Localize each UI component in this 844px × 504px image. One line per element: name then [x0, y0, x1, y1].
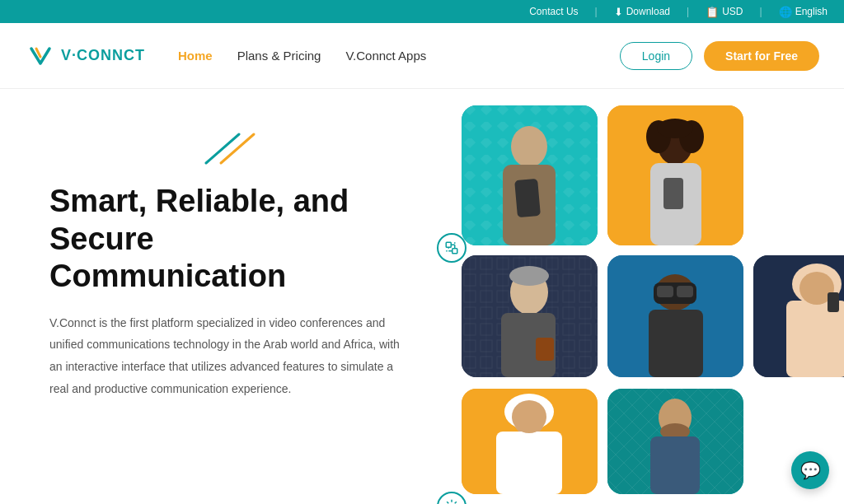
svg-rect-3 [452, 249, 457, 254]
divider-3: | [760, 6, 762, 17]
svg-rect-30 [657, 286, 673, 297]
download-label: Download [626, 6, 670, 17]
person-figure-2 [607, 105, 743, 245]
svg-rect-42 [496, 432, 562, 494]
image-card-4 [607, 255, 743, 377]
currency-label: USD [722, 6, 743, 17]
currency-icon: 📋 [706, 6, 719, 18]
image-card-2 [607, 105, 743, 245]
hero-content: Smart, Reliable, and Secure Communicatio… [49, 114, 445, 399]
svg-line-0 [206, 134, 239, 163]
image-card-5 [753, 255, 844, 377]
person-figure-1 [462, 105, 598, 245]
svg-rect-32 [649, 310, 703, 377]
chat-bubble-button[interactable]: 💬 [791, 451, 829, 489]
hero-title: Smart, Reliable, and Secure Communicatio… [49, 183, 445, 296]
start-free-button[interactable]: Start for Free [704, 41, 819, 71]
divider-1: | [595, 6, 598, 17]
download-icon: ⬇ [614, 6, 623, 18]
person-figure-6 [462, 389, 598, 494]
login-button[interactable]: Login [620, 42, 692, 70]
svg-rect-2 [446, 242, 451, 247]
svg-rect-48 [650, 436, 700, 494]
contact-us-link[interactable]: Contact Us [529, 6, 578, 17]
image-card-1 [462, 105, 598, 245]
nav-plans-pricing[interactable]: Plans & Pricing [237, 49, 321, 63]
svg-rect-11 [514, 179, 541, 217]
logo-svg [25, 40, 56, 72]
top-bar: Contact Us | ⬇ Download | 📋 USD | 🌐 Engl… [0, 0, 844, 23]
person-figure-7 [607, 389, 743, 494]
decoration-svg [198, 130, 264, 171]
download-link[interactable]: ⬇ Download [614, 6, 670, 18]
language-label: English [795, 6, 828, 17]
svg-rect-18 [663, 178, 683, 209]
nav-home[interactable]: Home [178, 49, 213, 63]
divider-2: | [687, 6, 689, 17]
person-figure-4 [607, 255, 743, 377]
navbar: V·CONNCT Home Plans & Pricing V.Connct A… [0, 23, 844, 89]
hero-images [462, 105, 844, 496]
decorative-lines [198, 130, 445, 175]
nav-links: Home Plans & Pricing V.Connct Apps [178, 49, 620, 63]
svg-rect-31 [677, 286, 693, 297]
contact-us-label: Contact Us [529, 6, 578, 17]
svg-rect-38 [828, 292, 839, 312]
chat-bubble-icon: 💬 [800, 460, 821, 480]
hero-description: V.Connct is the first platform specializ… [49, 312, 404, 399]
hero-section: Smart, Reliable, and Secure Communicatio… [0, 89, 844, 504]
nav-apps[interactable]: V.Connct Apps [345, 49, 426, 63]
svg-point-43 [512, 400, 546, 433]
image-card-7 [607, 389, 743, 494]
image-card-6 [462, 389, 598, 494]
person-figure-5 [753, 255, 844, 377]
svg-point-9 [511, 126, 547, 167]
svg-point-24 [509, 266, 549, 286]
nav-actions: Login Start for Free [620, 41, 819, 71]
currency-selector[interactable]: 📋 USD [706, 6, 743, 18]
svg-line-1 [221, 134, 254, 163]
language-selector[interactable]: 🌐 English [779, 6, 828, 18]
globe-icon: 🌐 [779, 6, 792, 18]
logo[interactable]: V·CONNCT [25, 40, 145, 72]
svg-point-16 [657, 119, 693, 138]
logo-text: V·CONNCT [61, 47, 145, 64]
image-grid [462, 105, 844, 496]
image-card-3 [462, 255, 598, 377]
person-figure-3 [462, 255, 598, 377]
svg-rect-26 [536, 338, 554, 361]
